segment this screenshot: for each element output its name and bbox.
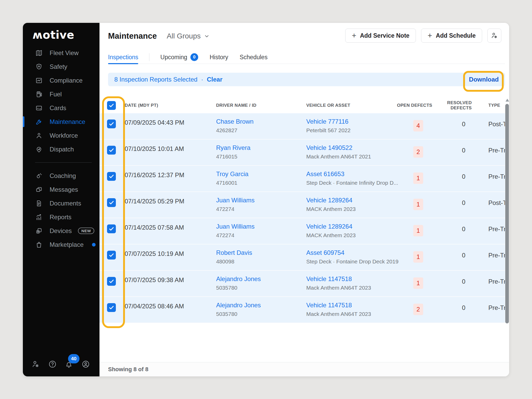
row-checkbox[interactable] xyxy=(107,277,116,286)
open-defects-badge: 1 xyxy=(413,251,423,263)
driver-id: 4716001 xyxy=(216,180,248,186)
group-selector[interactable]: All Groups xyxy=(167,32,210,40)
sidebar-item-coaching[interactable]: Coaching xyxy=(23,169,99,183)
driver-cell: Alejandro Jones 5035780 xyxy=(216,275,261,291)
row-checkbox[interactable] xyxy=(107,172,116,181)
sidebar-item-devices[interactable]: DevicesNEW xyxy=(23,224,99,238)
vehicle-link[interactable]: Vehicle 1289264 xyxy=(306,197,356,204)
scrollbar-thumb[interactable] xyxy=(505,104,509,323)
column-header-open-defects: OPEN DEFECTS xyxy=(393,97,432,113)
vehicle-cell: Vehicle 1147518 Mack Anthem AN64T 2023 xyxy=(306,302,371,317)
tab-upcoming[interactable]: Upcoming0 xyxy=(160,51,198,64)
sidebar-item-cards[interactable]: Cards xyxy=(23,101,99,115)
row-checkbox[interactable] xyxy=(107,119,116,128)
account-icon[interactable] xyxy=(81,360,90,369)
driver-cell: Juan Williams 472274 xyxy=(216,197,255,212)
open-defects-badge: 1 xyxy=(413,277,423,289)
table-row[interactable]: 07/07/2025 09:38 AM Alejandro Jones 5035… xyxy=(99,271,505,297)
plus-icon: + xyxy=(428,32,432,39)
tab-schedules[interactable]: Schedules xyxy=(240,51,267,64)
driver-name-link[interactable]: Alejandro Jones xyxy=(216,275,261,283)
driver-name-link[interactable]: Chase Brown xyxy=(216,118,254,125)
add-service-note-button[interactable]: + Add Service Note xyxy=(345,29,416,43)
clear-selection-link[interactable]: Clear xyxy=(207,76,222,83)
driver-name-link[interactable]: Alejandro Jones xyxy=(216,302,261,309)
vehicle-link[interactable]: Vehicle 777116 xyxy=(306,118,350,125)
help-icon[interactable] xyxy=(48,360,57,369)
download-button[interactable]: Download xyxy=(469,76,499,83)
row-checkbox[interactable] xyxy=(107,224,116,233)
driver-name-link[interactable]: Juan Williams xyxy=(216,197,255,204)
notifications-bell-icon[interactable]: 40 xyxy=(64,360,73,369)
sidebar-item-label: Workforce xyxy=(50,132,78,139)
tab-history[interactable]: History xyxy=(210,51,228,64)
selection-separator: · xyxy=(201,76,203,83)
vehicle-link[interactable]: Asset 616653 xyxy=(306,170,398,178)
driver-name-link[interactable]: Juan Williams xyxy=(216,223,255,230)
driver-cell: Alejandro Jones 5035780 xyxy=(216,302,261,317)
table-row[interactable]: 07/14/2025 05:29 PM Juan Williams 472274… xyxy=(99,192,505,218)
sidebar-item-label: Messages xyxy=(50,186,78,193)
new-badge: NEW xyxy=(78,228,94,234)
vehicle-description: Mack Anthem AN64T 2021 xyxy=(306,154,371,160)
driver-id: 4262827 xyxy=(216,127,254,134)
row-checkbox[interactable] xyxy=(107,303,116,312)
sidebar-item-safety[interactable]: Safety xyxy=(23,60,99,74)
group-selector-value: All Groups xyxy=(167,32,201,40)
table-row[interactable]: 07/04/2025 08:46 AM Alejandro Jones 5035… xyxy=(99,297,505,323)
table-row[interactable]: 07/07/2025 10:19 AM Robert Davis 480098 … xyxy=(99,244,505,271)
vehicle-link[interactable]: Vehicle 1147518 xyxy=(306,275,371,283)
driver-name-link[interactable]: Troy Garcia xyxy=(216,170,248,178)
sidebar-item-label: Safety xyxy=(50,63,67,70)
sidebar-item-fuel[interactable]: Fuel xyxy=(23,87,99,101)
inspection-date: 07/16/2025 12:37 PM xyxy=(125,171,184,179)
resolved-defects-value: 0 xyxy=(458,121,469,128)
row-checkbox[interactable] xyxy=(107,251,116,260)
open-defects-badge: 1 xyxy=(413,172,423,184)
admin-user-gear-icon[interactable] xyxy=(31,360,40,369)
sidebar-footer: 40 xyxy=(23,358,99,370)
sidebar-item-reports[interactable]: Reports xyxy=(23,210,99,224)
table-row[interactable]: 07/09/2025 04:43 PM Chase Brown 4262827 … xyxy=(99,113,505,139)
vehicle-link[interactable]: Vehicle 1147518 xyxy=(306,302,371,309)
notification-dot xyxy=(92,243,96,247)
sidebar-item-label: Marketplace xyxy=(50,241,84,248)
row-checkbox[interactable] xyxy=(107,198,116,207)
manage-access-button[interactable] xyxy=(487,29,501,43)
sidebar-item-fleet-view[interactable]: Fleet View xyxy=(23,46,99,60)
scrollbar-up-arrow[interactable] xyxy=(506,99,509,102)
tab-label: Schedules xyxy=(240,54,267,61)
sidebar-item-messages[interactable]: Messages xyxy=(23,183,99,196)
sidebar-item-label: Compliance xyxy=(50,77,83,84)
row-checkbox[interactable] xyxy=(107,146,116,155)
plus-icon: + xyxy=(352,32,356,39)
table-row[interactable]: 07/16/2025 12:37 PM Troy Garcia 4716001 … xyxy=(99,166,505,192)
driver-name-link[interactable]: Ryan Rivera xyxy=(216,144,250,151)
sidebar-item-documents[interactable]: Documents xyxy=(23,196,99,210)
table-row[interactable]: 07/14/2025 07:58 AM Juan Williams 472274… xyxy=(99,218,505,244)
select-all-checkbox[interactable] xyxy=(107,101,116,110)
tab-inspections[interactable]: Inspections xyxy=(108,51,138,64)
table-row[interactable]: 07/10/2025 10:01 AM Ryan Rivera 4716015 … xyxy=(99,139,505,166)
header-actions: + Add Service Note + Add Schedule xyxy=(345,29,501,43)
vehicle-link[interactable]: Vehicle 1490522 xyxy=(306,144,371,151)
vehicle-link[interactable]: Asset 609754 xyxy=(306,249,398,256)
driver-name-link[interactable]: Robert Davis xyxy=(216,249,252,256)
sidebar-item-marketplace[interactable]: Marketplace xyxy=(23,238,99,251)
sidebar-item-workforce[interactable]: Workforce xyxy=(23,129,99,142)
vehicle-description: Mack Anthem AN64T 2023 xyxy=(306,311,371,317)
vehicle-cell: Vehicle 1490522 Mack Anthem AN64T 2021 xyxy=(306,144,371,160)
add-schedule-button[interactable]: + Add Schedule xyxy=(421,29,482,43)
vehicle-cell: Asset 616653 Step Deck · Fontaine Infini… xyxy=(306,170,398,186)
sidebar-item-compliance[interactable]: Compliance xyxy=(23,74,99,87)
vehicle-link[interactable]: Vehicle 1289264 xyxy=(306,223,356,230)
column-header-type: TYPE xyxy=(488,97,500,113)
sidebar-item-dispatch[interactable]: Dispatch xyxy=(23,142,99,156)
inspection-type: Pre-Trip xyxy=(488,147,505,154)
sidebar-item-label: Maintenance xyxy=(50,118,85,125)
vehicle-cell: Vehicle 777116 Peterbilt 567 2022 xyxy=(306,118,350,134)
inspection-date: 07/10/2025 10:01 AM xyxy=(125,145,184,152)
open-defects-badge: 4 xyxy=(413,120,423,131)
sidebar-item-maintenance[interactable]: Maintenance xyxy=(23,115,99,129)
driver-id: 472274 xyxy=(216,232,255,238)
